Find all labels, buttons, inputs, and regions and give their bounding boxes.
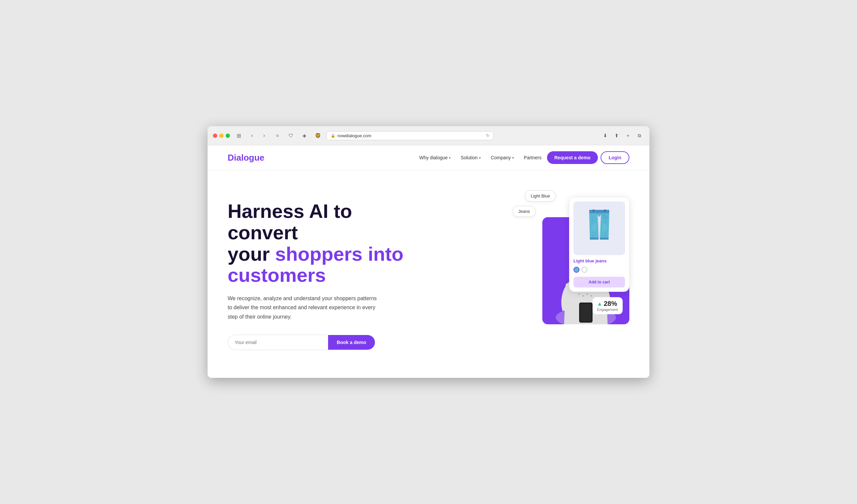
tag-light-blue: Light Blue xyxy=(525,190,556,201)
brave-icon[interactable]: 🦁 xyxy=(313,131,322,140)
download-icon[interactable]: ⬇ xyxy=(601,131,610,140)
hero-left: Harness AI to convert your shoppers into… xyxy=(228,190,415,350)
chevron-down-icon: ▾ xyxy=(479,156,481,159)
browser-window: ⊞ ‹ › ⌗ 🛡 ◈ 🦁 🔒 nowdialogue.com ↻ ⬇ ⬆ + … xyxy=(207,126,650,378)
bookmarks-icon[interactable]: ⌗ xyxy=(273,131,282,140)
hero-title: Harness AI to convert your shoppers into… xyxy=(228,200,415,286)
svg-rect-18 xyxy=(592,209,594,212)
site-logo[interactable]: Dialogue xyxy=(228,153,265,163)
color-swatch-empty[interactable] xyxy=(582,267,588,273)
back-button[interactable]: ‹ xyxy=(247,131,257,140)
engagement-badge: ▲ 28% Engagement xyxy=(592,297,623,314)
browser-actions: ⬇ ⬆ + ⧉ xyxy=(601,131,644,140)
svg-rect-16 xyxy=(580,304,591,322)
svg-point-24 xyxy=(602,223,607,232)
website-content: Dialogue Why dialogue ▾ Solution ▾ xyxy=(207,145,650,378)
shield-icon[interactable]: 🛡 xyxy=(286,131,296,140)
email-form: Book a demo xyxy=(228,335,375,350)
address-bar[interactable]: 🔒 nowdialogue.com ↻ xyxy=(326,131,494,140)
nav-item-solution[interactable]: Solution ▾ xyxy=(460,155,481,160)
nav-link-company[interactable]: Company ▾ xyxy=(491,155,514,160)
svg-point-5 xyxy=(583,295,584,297)
jeans-illustration xyxy=(586,208,612,248)
sidebar-toggle-button[interactable]: ⊞ xyxy=(234,131,243,140)
engagement-percent: 28% xyxy=(604,300,617,307)
product-card: Light blue jeans Add to cart xyxy=(569,197,629,292)
tag-jeans: Jeans xyxy=(512,206,536,217)
color-swatch-row xyxy=(573,267,625,273)
book-demo-button[interactable]: Book a demo xyxy=(328,335,375,350)
svg-point-4 xyxy=(578,293,580,295)
svg-point-6 xyxy=(587,293,588,295)
color-swatch-blue[interactable] xyxy=(573,267,579,273)
product-image-container xyxy=(573,201,625,255)
refresh-icon[interactable]: ↻ xyxy=(486,133,489,138)
svg-line-20 xyxy=(599,213,599,238)
svg-rect-19 xyxy=(604,209,606,212)
browser-chrome: ⊞ ‹ › ⌗ 🛡 ◈ 🦁 🔒 nowdialogue.com ↻ ⬇ ⬆ + … xyxy=(207,126,650,145)
extension-icon[interactable]: ◈ xyxy=(300,131,309,140)
minimize-button[interactable] xyxy=(219,134,224,138)
nav-controls: ‹ › xyxy=(247,131,269,140)
new-tab-icon[interactable]: + xyxy=(623,131,633,140)
nav-link-why-dialogue[interactable]: Why dialogue ▾ xyxy=(419,155,451,160)
hero-section: Harness AI to convert your shoppers into… xyxy=(207,170,650,378)
svg-rect-17 xyxy=(589,210,609,213)
email-input[interactable] xyxy=(228,335,328,350)
url-text: nowdialogue.com xyxy=(337,133,371,138)
nav-item-company[interactable]: Company ▾ xyxy=(491,155,514,160)
svg-point-23 xyxy=(591,223,596,232)
chevron-down-icon: ▾ xyxy=(449,156,451,159)
forward-button[interactable]: › xyxy=(259,131,269,140)
share-icon[interactable]: ⬆ xyxy=(612,131,621,140)
window-controls xyxy=(213,134,230,138)
svg-rect-26 xyxy=(600,238,609,240)
close-button[interactable] xyxy=(213,134,217,138)
maximize-button[interactable] xyxy=(225,134,230,138)
nav-links: Why dialogue ▾ Solution ▾ Company ▾ xyxy=(419,155,541,160)
tabs-icon[interactable]: ⧉ xyxy=(635,131,644,140)
engagement-label: Engagement xyxy=(597,307,618,312)
request-demo-button[interactable]: Request a demo xyxy=(547,151,598,164)
nav-item-why-dialogue[interactable]: Why dialogue ▾ xyxy=(419,155,451,160)
product-name: Light blue jeans xyxy=(573,258,625,263)
hero-description: We recognize, analyze and understand you… xyxy=(228,294,382,321)
add-to-cart-button[interactable]: Add to cart xyxy=(573,277,625,287)
main-nav: Dialogue Why dialogue ▾ Solution ▾ xyxy=(207,145,650,170)
nav-link-solution[interactable]: Solution ▾ xyxy=(460,155,481,160)
nav-item-partners[interactable]: Partners xyxy=(524,155,542,160)
login-button[interactable]: Login xyxy=(601,151,629,164)
lock-icon: 🔒 xyxy=(331,134,335,138)
chevron-down-icon: ▾ xyxy=(512,156,514,159)
nav-link-partners[interactable]: Partners xyxy=(524,155,542,160)
trend-up-icon: ▲ xyxy=(597,301,603,307)
svg-point-7 xyxy=(590,295,592,297)
hero-right: Light Blue Jeans xyxy=(428,190,629,324)
svg-rect-25 xyxy=(590,238,599,240)
